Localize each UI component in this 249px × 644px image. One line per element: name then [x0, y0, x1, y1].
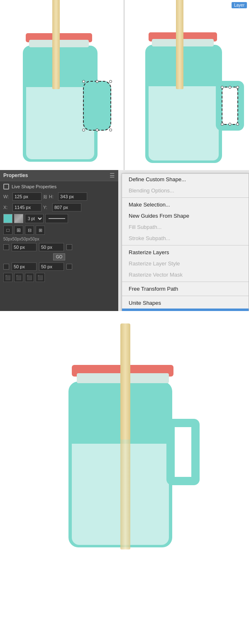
live-shape-icon [3, 184, 9, 190]
stroke-swatch[interactable] [14, 214, 23, 223]
align-icons-row: ⬛ ⬛ ⬛ ⬛ [0, 272, 118, 283]
wh-row: W: ⛓ H: [0, 191, 118, 202]
h-dot-tm [229, 86, 232, 89]
big-handle-hole [175, 427, 191, 477]
properties-panel: Properties ☰ Live Shape Properties W: ⛓ … [0, 170, 118, 311]
straw-right [176, 0, 183, 89]
top-illustration-section: Layer [0, 0, 249, 170]
middle-section: Properties ☰ Live Shape Properties W: ⛓ … [0, 170, 249, 311]
layer-label: Layer [232, 2, 247, 8]
menu-item-stroke-subpath[interactable]: Stroke Subpath... [122, 233, 249, 244]
bottom-section [0, 311, 249, 643]
align-center-icon[interactable]: ⬛ [14, 273, 23, 282]
shape-extra-icon[interactable]: ⊞ [36, 226, 45, 235]
fill-swatch[interactable] [3, 214, 12, 223]
menu-item-free-transform[interactable]: Free Transform Path [122, 283, 249, 294]
panel-left-before [0, 0, 124, 170]
menu-separator-3 [122, 282, 249, 282]
h-dot-br [236, 123, 239, 126]
big-handle [166, 419, 200, 485]
edit-dot-tl [82, 80, 85, 83]
radius-input-tr[interactable] [39, 243, 64, 251]
h-dot-bl [221, 123, 224, 126]
edit-dot-br [109, 129, 112, 131]
x-label: X: [3, 205, 11, 210]
go-button[interactable]: GO [53, 253, 66, 260]
menu-separator-2 [122, 245, 249, 245]
y-label: Y: [43, 205, 51, 210]
xy-row: X: Y: [0, 202, 118, 213]
menu-item-rasterize-vector-mask[interactable]: Rasterize Vector Mask [122, 269, 249, 280]
h-dot-bm [229, 123, 232, 126]
fill-stroke-row: 3 pt 1 pt 2 pt [0, 213, 118, 224]
menu-item-fill-subpath[interactable]: Fill Subpath... [122, 221, 249, 233]
menu-item-rasterize-layers[interactable]: Rasterize Layers [122, 247, 249, 258]
h-label: H: [49, 194, 56, 199]
h-input[interactable] [58, 192, 87, 201]
link-icon: ⛓ [43, 194, 47, 199]
big-straw-lower [120, 435, 130, 549]
radius-checkbox-4[interactable] [66, 264, 72, 270]
radius-input-tl[interactable] [12, 243, 37, 251]
radius-checkbox-1[interactable] [3, 244, 9, 250]
stroke-size-select[interactable]: 3 pt 1 pt 2 pt [25, 214, 44, 223]
h-dot-tl [221, 86, 224, 89]
radius-label: 50px50px50px50px [0, 236, 118, 242]
edit-dot-bl [82, 129, 85, 131]
handle-outer-right [216, 81, 244, 131]
handle-dashed [222, 87, 238, 125]
live-shape-section: Live Shape Properties [0, 181, 118, 191]
w-label: W: [3, 194, 11, 199]
radius-row-1 [0, 242, 118, 252]
align-right-icon[interactable]: ⬛ [25, 273, 34, 282]
panel-right-after: Layer [124, 0, 249, 170]
radius-input-br[interactable] [39, 262, 64, 271]
menu-item-rasterize-layer-style[interactable]: Rasterize Layer Style [122, 258, 249, 269]
big-jar-container [60, 323, 189, 634]
menu-item-define-custom-shape[interactable]: Define Custom Shape... [122, 174, 249, 185]
panel-titlebar: Properties ☰ [0, 170, 118, 181]
radius-row-2 [0, 262, 118, 272]
edit-dot-tr [109, 80, 112, 83]
align-top-icon[interactable]: ⬛ [36, 273, 45, 282]
shape-rect-icon[interactable]: □ [3, 226, 12, 235]
menu-item-make-selection[interactable]: Make Selection... [122, 199, 249, 210]
shape-type-row: □ ⊞ ⊟ ⊞ [0, 224, 118, 236]
context-menu-area: Define Custom Shape... Blending Options.… [118, 170, 249, 311]
jar-water-right [149, 86, 219, 160]
edit-shape-left [83, 81, 111, 131]
shape-align-icon[interactable]: ⊞ [14, 226, 23, 235]
y-input[interactable] [52, 203, 81, 211]
shape-distribute-icon[interactable]: ⊟ [25, 226, 34, 235]
big-straw [120, 323, 130, 440]
h-dot-tr [236, 86, 239, 89]
radius-checkbox-3[interactable] [3, 264, 9, 270]
align-left-icon[interactable]: ⬛ [3, 273, 12, 282]
menu-item-blending-options[interactable]: Blending Options... [122, 185, 249, 196]
stroke-line-preview [45, 214, 68, 223]
edit-dot-bm [96, 129, 99, 131]
radius-input-bl[interactable] [12, 262, 37, 271]
panel-menu-icon[interactable]: ☰ [110, 172, 115, 179]
w-input[interactable] [12, 192, 42, 201]
edit-dot-tm [96, 80, 99, 83]
menu-separator-1 [122, 197, 249, 198]
menu-separator-4 [122, 296, 249, 296]
radius-checkbox-2[interactable] [66, 244, 72, 250]
straw-left [52, 0, 60, 89]
menu-item-new-guides[interactable]: New Guides From Shape [122, 210, 249, 221]
menu-item-unite-shapes[interactable]: Unite Shapes [122, 297, 249, 309]
panel-title: Properties [3, 173, 28, 178]
go-row: GO [0, 252, 118, 262]
handle-cutout-right [223, 88, 237, 123]
live-shape-title: Live Shape Properties [12, 184, 56, 189]
x-input[interactable] [12, 203, 42, 211]
